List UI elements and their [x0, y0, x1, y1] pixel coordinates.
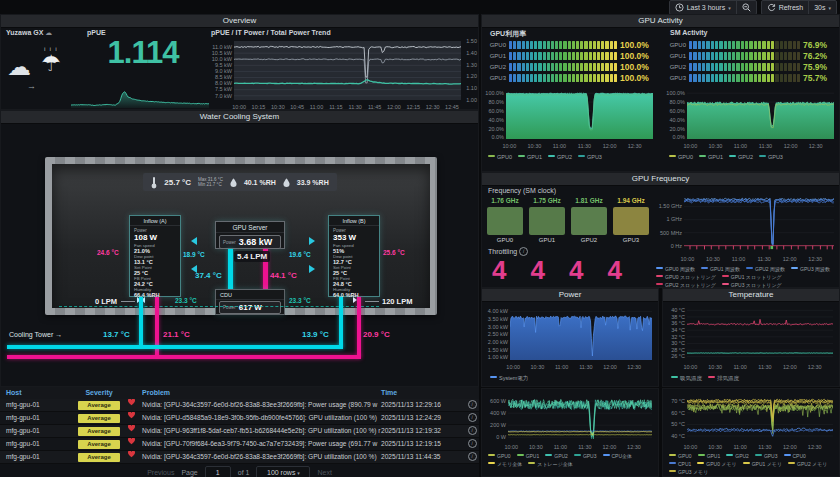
- legend-item[interactable]: CPU0: [784, 452, 806, 460]
- chevron-down-icon: ▾: [828, 5, 831, 11]
- inflow-a-unit: Inflow (A) Power 108 W Fan speed21.0% De…: [129, 215, 181, 297]
- svg-text:60.0%: 60.0%: [488, 108, 504, 114]
- loop-temp-a: 23.3 °C: [175, 297, 197, 304]
- legend-item[interactable]: GPU3: [755, 452, 778, 460]
- legend-item[interactable]: GPU3: [574, 452, 597, 460]
- alert-host: mfg-gpu-01: [0, 399, 70, 411]
- page-count-label: of 1: [238, 469, 250, 476]
- next-page-button[interactable]: Next: [317, 469, 331, 476]
- svg-text:36 °C: 36 °C: [671, 320, 685, 326]
- legend-item[interactable]: GPU0 周波数: [656, 265, 695, 273]
- legend-item[interactable]: GPU0: [488, 452, 511, 460]
- legend-item[interactable]: GPU0 メモリ: [697, 460, 736, 468]
- alert-row[interactable]: mfg-gpu-01 Average Nvidia: [GPU-364c3597…: [0, 451, 479, 464]
- refresh-interval-select[interactable]: 30s ▾: [808, 1, 836, 14]
- legend-item[interactable]: GPU0: [669, 153, 693, 161]
- info-icon[interactable]: i: [468, 439, 477, 448]
- alert-problem[interactable]: Nvidia: [GPU-963ff1f8-5daf-ceb7-fb51-b62…: [142, 425, 381, 437]
- svg-text:12:45: 12:45: [445, 104, 459, 110]
- alert-row[interactable]: mfg-gpu-01 Average Nvidia: [GPU-d58485a9…: [0, 412, 479, 425]
- legend-item[interactable]: GPU0 スロットリング: [656, 273, 716, 281]
- freq-tile-box: [487, 207, 523, 235]
- air-temperature-chart[interactable]: 26 °C28 °C30 °C32 °C34 °C36 °C38 °C40 °C…: [665, 304, 838, 370]
- svg-text:1.50 GHz: 1.50 GHz: [659, 203, 682, 209]
- magnifier-minus-icon: [742, 3, 751, 12]
- legend-item[interactable]: GPU2 周波数: [746, 265, 785, 273]
- alert-row[interactable]: mfg-gpu-01 Average Nvidia: [GPU-963ff1f8…: [0, 425, 479, 438]
- time-range-label: Last 3 hours: [687, 4, 726, 11]
- legend-item[interactable]: GPU3: [759, 153, 783, 161]
- svg-text:11:30: 11:30: [578, 143, 591, 149]
- info-icon[interactable]: i: [468, 426, 477, 435]
- legend-item[interactable]: GPU3 メモリ: [669, 468, 708, 476]
- legend-item[interactable]: CPU1: [669, 460, 691, 468]
- info-icon[interactable]: i: [468, 413, 477, 422]
- info-icon[interactable]: i: [468, 452, 477, 461]
- legend-item[interactable]: メモリ全体: [488, 460, 522, 468]
- system-power-chart[interactable]: 1.00 kW1.50 kW2.00 kW2.50 kW3.00 kW3.50 …: [484, 304, 657, 370]
- gauge-value: 75.7%: [803, 73, 837, 83]
- component-temperature-chart[interactable]: 40 °C50 °C60 °C70 °C10:0010:3011:0011:30…: [665, 392, 838, 450]
- legend-item[interactable]: GPU0: [669, 452, 692, 460]
- refresh-button[interactable]: Refresh: [762, 1, 809, 14]
- legend-item[interactable]: GPU1: [698, 452, 721, 460]
- page-number-input[interactable]: 1: [205, 466, 231, 477]
- time-range-picker[interactable]: Last 3 hours ▾: [670, 1, 736, 14]
- alert-problem[interactable]: Nvidia: [GPU-70f9f684-6ea3-9f79-7450-ac7…: [142, 438, 381, 450]
- alert-row[interactable]: mfg-gpu-01 Average Nvidia: [GPU-364c3597…: [0, 399, 479, 412]
- legend-item[interactable]: GPU2 メモリ: [788, 460, 827, 468]
- svg-text:600 W: 600 W: [490, 398, 507, 404]
- legend-item[interactable]: GPU1 周波数: [701, 265, 740, 273]
- legend-item[interactable]: GPU1: [518, 153, 542, 161]
- previous-page-button[interactable]: Previous: [147, 469, 174, 476]
- alert-row[interactable]: mfg-gpu-01 Average Nvidia: [GPU-70f9f684…: [0, 438, 479, 451]
- legend-item[interactable]: GPU2: [545, 452, 568, 460]
- legend-item[interactable]: ストレージ全体: [528, 460, 572, 468]
- cloud-icon: ☁: [7, 53, 31, 81]
- legend-item[interactable]: GPU3 周波数: [791, 265, 830, 273]
- legend-item[interactable]: GPU1: [699, 153, 723, 161]
- col-host[interactable]: Host: [0, 387, 70, 399]
- legend-item[interactable]: GPU1 メモリ: [743, 460, 782, 468]
- svg-text:1.00: 1.00: [466, 97, 477, 103]
- legend-item[interactable]: CPU全体: [603, 452, 633, 460]
- gpu-frequency-chart[interactable]: 0 Hz500 MHz1 GHz1.50 GHz10:0010:3011:001…: [654, 188, 839, 262]
- alerts-panel: Host Severity Problem Time mfg-gpu-01 Av…: [0, 387, 479, 477]
- alert-problem[interactable]: Nvidia: [GPU-d58485a9-18e9-3f0b-95fb-db9…: [142, 412, 381, 424]
- sm-activity-chart[interactable]: 0.0%20.0%40.0%60.0%80.0%100.0%10:0010:30…: [665, 87, 839, 149]
- gpu2-util-gauge: [509, 63, 617, 71]
- alert-problem[interactable]: Nvidia: [GPU-364c3597-6e0d-bf26-83a8-83e…: [142, 451, 381, 463]
- legend-item[interactable]: GPU3: [578, 153, 602, 161]
- legend-item[interactable]: 排気温度: [708, 374, 739, 382]
- gauge-value: 100.0%: [620, 73, 654, 83]
- legend-item[interactable]: GPU2: [729, 153, 753, 161]
- gpu0-freq-tile: 1.76 GHzGPU0: [486, 197, 524, 243]
- legend-item[interactable]: GPU2: [548, 153, 572, 161]
- water-cooling-diagram: 25.7 °C Max 31.6 °CMin 21.7 °C 40.1 %RH …: [1, 123, 478, 386]
- trend-chart[interactable]: 7.0 kW7.5 kW8.0 kW8.5 kW9.0 kW9.5 kW10.0…: [208, 38, 478, 110]
- legend-item[interactable]: GPU0: [488, 153, 512, 161]
- legend-item[interactable]: GPU1 スロットリング: [722, 273, 782, 281]
- svg-text:0 W: 0 W: [496, 434, 507, 440]
- freq-tile-box: [613, 207, 649, 235]
- zoom-out-button[interactable]: [736, 1, 756, 14]
- svg-text:12:30: 12:30: [808, 256, 822, 262]
- legend-item[interactable]: System電力: [490, 374, 528, 382]
- col-problem[interactable]: Problem: [142, 387, 381, 399]
- rows-per-page-select[interactable]: 100 rows ▾: [256, 466, 310, 477]
- svg-text:9.5 kW: 9.5 kW: [215, 62, 233, 68]
- component-power-chart[interactable]: 0 W200 W400 W600 W10:0010:3011:0011:3012…: [484, 392, 657, 450]
- gpu-util-chart[interactable]: 0.0%20.0%40.0%60.0%80.0%100.0%10:0010:30…: [484, 87, 658, 149]
- legend-item[interactable]: 吸気温度: [671, 374, 702, 382]
- legend-item[interactable]: GPU2: [726, 452, 749, 460]
- legend-item[interactable]: GPU1: [517, 452, 540, 460]
- info-icon[interactable]: i: [468, 400, 477, 409]
- col-time[interactable]: Time: [381, 387, 465, 399]
- alert-problem[interactable]: Nvidia: [GPU-364c3597-6e0d-bf26-83a8-83e…: [142, 399, 381, 411]
- inflow-b-power: 353 W: [329, 233, 379, 243]
- freq-value: 1.81 GHz: [570, 197, 608, 206]
- cooling-tower-supply-riser: [339, 297, 343, 347]
- svg-text:12:00: 12:00: [603, 364, 617, 370]
- col-severity[interactable]: Severity: [70, 387, 128, 399]
- component-power-legend: GPU0GPU1GPU2GPU3CPU全体メモリ全体ストレージ全体: [488, 452, 656, 468]
